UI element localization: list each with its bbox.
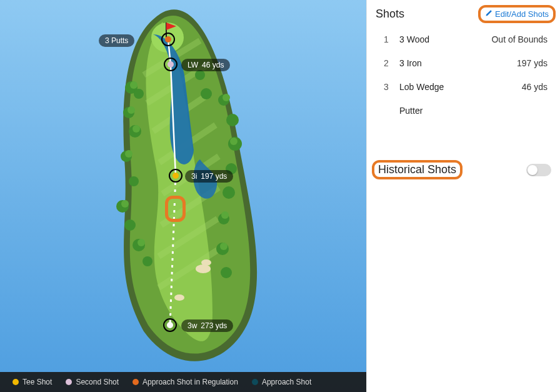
label-3w: 3w 273 yds xyxy=(181,319,233,332)
label-lw: LW 46 yds xyxy=(181,59,230,71)
shot-number xyxy=(377,99,396,122)
svg-point-39 xyxy=(230,138,238,145)
label-lw-dist: 46 yds xyxy=(202,61,224,69)
svg-point-30 xyxy=(195,70,205,80)
legend-second: Second Shot xyxy=(66,378,119,386)
svg-point-31 xyxy=(201,88,212,99)
svg-point-17 xyxy=(129,176,139,186)
label-putts: 3 Putts xyxy=(99,34,134,47)
legend-tee: Tee Shot xyxy=(12,378,52,386)
shot-number: 3 xyxy=(377,76,396,98)
svg-point-11 xyxy=(174,294,184,301)
marker-3w[interactable] xyxy=(163,318,177,332)
label-3w-dist: 273 yds xyxy=(201,321,227,330)
legend-second-label: Second Shot xyxy=(76,378,119,386)
svg-point-34 xyxy=(132,125,140,133)
historical-wrap: Historical Shots xyxy=(376,163,459,176)
label-putts-text: 3 Putts xyxy=(105,36,128,45)
marker-putts[interactable] xyxy=(161,33,175,46)
label-lw-club: LW xyxy=(188,61,198,69)
shots-table: 13 WoodOut of Bounds23 Iron197 yds3Lob W… xyxy=(376,27,551,123)
historical-shots-title: Historical Shots xyxy=(376,162,459,177)
historical-toggle[interactable] xyxy=(526,164,551,176)
label-3w-club: 3w xyxy=(188,321,197,330)
label-3i: 3i 197 yds xyxy=(185,170,233,183)
svg-point-41 xyxy=(220,243,228,250)
table-row: Putter xyxy=(377,99,550,122)
svg-point-32 xyxy=(130,81,138,89)
historical-row: Historical Shots xyxy=(376,163,551,176)
hole-svg xyxy=(0,0,366,392)
table-row: 13 WoodOut of Bounds xyxy=(377,28,550,51)
shot-value: 197 yds xyxy=(466,52,550,74)
svg-point-26 xyxy=(222,186,235,199)
side-panel: Shots Edit/Add Shots 13 WoodOut of Bound… xyxy=(366,0,560,392)
edit-add-wrap: Edit/Add Shots xyxy=(482,8,551,20)
svg-point-21 xyxy=(142,256,152,266)
legend-approach: Approach Shot xyxy=(252,378,311,386)
shot-club: 3 Wood xyxy=(397,28,465,51)
svg-point-33 xyxy=(128,106,135,114)
svg-point-37 xyxy=(138,239,145,246)
svg-point-23 xyxy=(226,114,239,126)
svg-point-35 xyxy=(125,150,132,158)
table-row: 3Lob Wedge46 yds xyxy=(377,76,550,98)
legend-approach-reg: Approach Shot in Regulation xyxy=(132,378,238,386)
shots-header: Shots Edit/Add Shots xyxy=(376,8,551,21)
marker-lw[interactable] xyxy=(164,58,178,71)
svg-point-29 xyxy=(221,267,232,278)
pencil-icon xyxy=(485,9,492,19)
shot-value: 46 yds xyxy=(466,76,550,98)
shot-value: Out of Bounds xyxy=(466,28,550,51)
legend-approach-label: Approach Shot xyxy=(262,378,311,386)
svg-point-38 xyxy=(222,94,230,101)
second-dot-icon xyxy=(66,379,72,385)
label-3i-club: 3i xyxy=(191,172,197,181)
shots-title: Shots xyxy=(376,8,404,21)
shot-club: Putter xyxy=(397,99,465,122)
shot-club: Lob Wedge xyxy=(397,76,465,98)
table-row: 23 Iron197 yds xyxy=(377,52,550,74)
edit-add-shots-link[interactable]: Edit/Add Shots xyxy=(482,8,551,20)
approach-dot-icon xyxy=(252,379,258,385)
legend-approach-reg-label: Approach Shot in Regulation xyxy=(142,378,238,386)
tee-dot-icon xyxy=(12,379,19,385)
hole-map-panel: 3 Putts LW 46 yds 3i 197 yds 3w 273 yds … xyxy=(0,0,366,392)
edit-add-label: Edit/Add Shots xyxy=(495,9,549,19)
shot-number: 1 xyxy=(377,28,396,51)
svg-point-19 xyxy=(124,219,136,231)
svg-point-9 xyxy=(196,264,211,273)
shot-value xyxy=(466,99,550,122)
label-3i-dist: 197 yds xyxy=(201,172,227,181)
legend-tee-label: Tee Shot xyxy=(22,378,52,386)
legend-bar: Tee Shot Second Shot Approach Shot in Re… xyxy=(0,372,366,392)
shot-number: 2 xyxy=(377,52,396,74)
svg-point-13 xyxy=(134,89,144,99)
shot-club: 3 Iron xyxy=(397,52,465,74)
svg-point-10 xyxy=(201,259,211,266)
svg-point-36 xyxy=(121,200,129,208)
svg-point-40 xyxy=(221,211,229,219)
marker-3i[interactable] xyxy=(169,169,182,183)
approach-reg-dot-icon xyxy=(132,379,139,385)
